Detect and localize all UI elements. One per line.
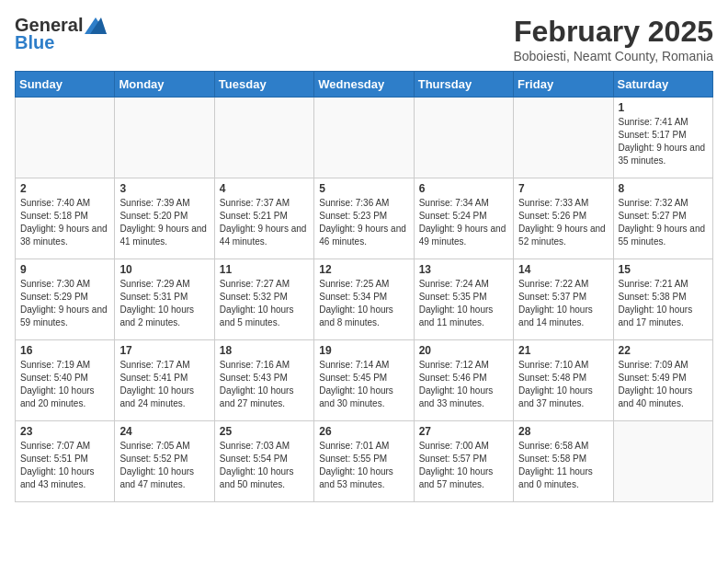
day-info: Sunrise: 7:05 AM Sunset: 5:52 PM Dayligh… bbox=[119, 440, 209, 491]
day-number: 8 bbox=[619, 182, 708, 195]
calendar-header-row: SundayMondayTuesdayWednesdayThursdayFrid… bbox=[16, 72, 713, 98]
calendar-cell: 5Sunrise: 7:36 AM Sunset: 5:23 PM Daylig… bbox=[314, 178, 414, 259]
month-year: February 2025 bbox=[513, 15, 713, 49]
day-number: 12 bbox=[319, 263, 408, 276]
calendar-cell bbox=[16, 98, 115, 178]
calendar-cell: 21Sunrise: 7:10 AM Sunset: 5:48 PM Dayli… bbox=[514, 340, 613, 421]
day-number: 4 bbox=[220, 182, 309, 195]
day-of-week-monday: Monday bbox=[115, 72, 214, 98]
day-number: 13 bbox=[419, 263, 508, 276]
day-info: Sunrise: 7:34 AM Sunset: 5:24 PM Dayligh… bbox=[419, 197, 508, 248]
day-info: Sunrise: 7:21 AM Sunset: 5:38 PM Dayligh… bbox=[619, 278, 708, 329]
calendar-cell: 10Sunrise: 7:29 AM Sunset: 5:31 PM Dayli… bbox=[115, 259, 214, 340]
calendar-cell: 24Sunrise: 7:05 AM Sunset: 5:52 PM Dayli… bbox=[115, 421, 214, 502]
day-info: Sunrise: 7:40 AM Sunset: 5:18 PM Dayligh… bbox=[20, 197, 109, 248]
day-number: 26 bbox=[319, 425, 408, 438]
calendar-week-row: 23Sunrise: 7:07 AM Sunset: 5:51 PM Dayli… bbox=[16, 421, 713, 502]
calendar-cell: 20Sunrise: 7:12 AM Sunset: 5:46 PM Dayli… bbox=[414, 340, 513, 421]
logo-icon bbox=[85, 17, 107, 34]
day-number: 23 bbox=[20, 425, 109, 438]
logo-blue-text: Blue bbox=[15, 32, 54, 53]
day-number: 11 bbox=[220, 263, 309, 276]
day-number: 9 bbox=[20, 263, 109, 276]
day-number: 1 bbox=[619, 101, 708, 114]
calendar-cell: 28Sunrise: 6:58 AM Sunset: 5:58 PM Dayli… bbox=[514, 421, 613, 502]
day-of-week-sunday: Sunday bbox=[16, 72, 115, 98]
day-info: Sunrise: 7:29 AM Sunset: 5:31 PM Dayligh… bbox=[119, 278, 209, 329]
calendar-cell: 17Sunrise: 7:17 AM Sunset: 5:41 PM Dayli… bbox=[115, 340, 214, 421]
day-info: Sunrise: 7:19 AM Sunset: 5:40 PM Dayligh… bbox=[20, 359, 109, 410]
calendar-cell: 4Sunrise: 7:37 AM Sunset: 5:21 PM Daylig… bbox=[214, 178, 313, 259]
day-number: 17 bbox=[119, 344, 209, 357]
day-of-week-saturday: Saturday bbox=[613, 72, 712, 98]
calendar-week-row: 2Sunrise: 7:40 AM Sunset: 5:18 PM Daylig… bbox=[16, 178, 713, 259]
calendar-cell: 12Sunrise: 7:25 AM Sunset: 5:34 PM Dayli… bbox=[314, 259, 414, 340]
day-info: Sunrise: 7:22 AM Sunset: 5:37 PM Dayligh… bbox=[518, 278, 608, 329]
day-info: Sunrise: 7:01 AM Sunset: 5:55 PM Dayligh… bbox=[319, 440, 408, 491]
calendar-week-row: 16Sunrise: 7:19 AM Sunset: 5:40 PM Dayli… bbox=[16, 340, 713, 421]
day-info: Sunrise: 7:25 AM Sunset: 5:34 PM Dayligh… bbox=[319, 278, 408, 329]
page: General Blue February 2025 Boboiesti, Ne… bbox=[0, 0, 728, 510]
day-of-week-thursday: Thursday bbox=[414, 72, 513, 98]
calendar-cell: 15Sunrise: 7:21 AM Sunset: 5:38 PM Dayli… bbox=[613, 259, 712, 340]
day-number: 20 bbox=[419, 344, 508, 357]
calendar-cell: 27Sunrise: 7:00 AM Sunset: 5:57 PM Dayli… bbox=[414, 421, 513, 502]
calendar-cell bbox=[314, 98, 414, 178]
day-number: 24 bbox=[119, 425, 209, 438]
calendar-week-row: 1Sunrise: 7:41 AM Sunset: 5:17 PM Daylig… bbox=[16, 98, 713, 178]
calendar-cell: 6Sunrise: 7:34 AM Sunset: 5:24 PM Daylig… bbox=[414, 178, 513, 259]
day-info: Sunrise: 7:32 AM Sunset: 5:27 PM Dayligh… bbox=[619, 197, 708, 248]
calendar-cell bbox=[115, 98, 214, 178]
calendar-table: SundayMondayTuesdayWednesdayThursdayFrid… bbox=[15, 71, 713, 502]
calendar-week-row: 9Sunrise: 7:30 AM Sunset: 5:29 PM Daylig… bbox=[16, 259, 713, 340]
day-info: Sunrise: 7:03 AM Sunset: 5:54 PM Dayligh… bbox=[220, 440, 309, 491]
calendar-cell: 26Sunrise: 7:01 AM Sunset: 5:55 PM Dayli… bbox=[314, 421, 414, 502]
calendar-cell: 23Sunrise: 7:07 AM Sunset: 5:51 PM Dayli… bbox=[16, 421, 115, 502]
logo: General Blue bbox=[15, 15, 107, 53]
day-number: 18 bbox=[220, 344, 309, 357]
day-number: 3 bbox=[119, 182, 209, 195]
day-number: 7 bbox=[518, 182, 608, 195]
day-of-week-friday: Friday bbox=[514, 72, 613, 98]
day-info: Sunrise: 7:07 AM Sunset: 5:51 PM Dayligh… bbox=[20, 440, 109, 491]
day-number: 5 bbox=[319, 182, 408, 195]
day-info: Sunrise: 7:24 AM Sunset: 5:35 PM Dayligh… bbox=[419, 278, 508, 329]
day-info: Sunrise: 7:09 AM Sunset: 5:49 PM Dayligh… bbox=[619, 359, 708, 410]
day-of-week-wednesday: Wednesday bbox=[314, 72, 414, 98]
day-info: Sunrise: 7:33 AM Sunset: 5:26 PM Dayligh… bbox=[518, 197, 608, 248]
day-info: Sunrise: 7:27 AM Sunset: 5:32 PM Dayligh… bbox=[220, 278, 309, 329]
day-info: Sunrise: 7:30 AM Sunset: 5:29 PM Dayligh… bbox=[20, 278, 109, 329]
calendar-cell: 11Sunrise: 7:27 AM Sunset: 5:32 PM Dayli… bbox=[214, 259, 313, 340]
day-number: 25 bbox=[220, 425, 309, 438]
calendar-cell: 7Sunrise: 7:33 AM Sunset: 5:26 PM Daylig… bbox=[514, 178, 613, 259]
day-info: Sunrise: 7:36 AM Sunset: 5:23 PM Dayligh… bbox=[319, 197, 408, 248]
day-number: 6 bbox=[419, 182, 508, 195]
day-number: 28 bbox=[518, 425, 608, 438]
calendar-cell: 9Sunrise: 7:30 AM Sunset: 5:29 PM Daylig… bbox=[16, 259, 115, 340]
day-number: 22 bbox=[619, 344, 708, 357]
day-info: Sunrise: 7:41 AM Sunset: 5:17 PM Dayligh… bbox=[619, 116, 708, 167]
calendar-cell bbox=[514, 98, 613, 178]
day-info: Sunrise: 7:37 AM Sunset: 5:21 PM Dayligh… bbox=[220, 197, 309, 248]
day-number: 16 bbox=[20, 344, 109, 357]
header: General Blue February 2025 Boboiesti, Ne… bbox=[15, 15, 713, 63]
day-info: Sunrise: 7:14 AM Sunset: 5:45 PM Dayligh… bbox=[319, 359, 408, 410]
day-info: Sunrise: 7:39 AM Sunset: 5:20 PM Dayligh… bbox=[119, 197, 209, 248]
day-info: Sunrise: 6:58 AM Sunset: 5:58 PM Dayligh… bbox=[518, 440, 608, 491]
day-info: Sunrise: 7:10 AM Sunset: 5:48 PM Dayligh… bbox=[518, 359, 608, 410]
calendar-cell bbox=[613, 421, 712, 502]
calendar-cell bbox=[214, 98, 313, 178]
calendar-cell: 13Sunrise: 7:24 AM Sunset: 5:35 PM Dayli… bbox=[414, 259, 513, 340]
calendar-cell: 8Sunrise: 7:32 AM Sunset: 5:27 PM Daylig… bbox=[613, 178, 712, 259]
day-number: 27 bbox=[419, 425, 508, 438]
title-block: February 2025 Boboiesti, Neamt County, R… bbox=[513, 15, 713, 63]
location: Boboiesti, Neamt County, Romania bbox=[513, 49, 713, 63]
calendar-cell: 18Sunrise: 7:16 AM Sunset: 5:43 PM Dayli… bbox=[214, 340, 313, 421]
calendar-cell: 22Sunrise: 7:09 AM Sunset: 5:49 PM Dayli… bbox=[613, 340, 712, 421]
day-of-week-tuesday: Tuesday bbox=[214, 72, 313, 98]
calendar-cell: 14Sunrise: 7:22 AM Sunset: 5:37 PM Dayli… bbox=[514, 259, 613, 340]
calendar-cell: 19Sunrise: 7:14 AM Sunset: 5:45 PM Dayli… bbox=[314, 340, 414, 421]
calendar-cell: 16Sunrise: 7:19 AM Sunset: 5:40 PM Dayli… bbox=[16, 340, 115, 421]
calendar-cell: 25Sunrise: 7:03 AM Sunset: 5:54 PM Dayli… bbox=[214, 421, 313, 502]
calendar-cell: 3Sunrise: 7:39 AM Sunset: 5:20 PM Daylig… bbox=[115, 178, 214, 259]
